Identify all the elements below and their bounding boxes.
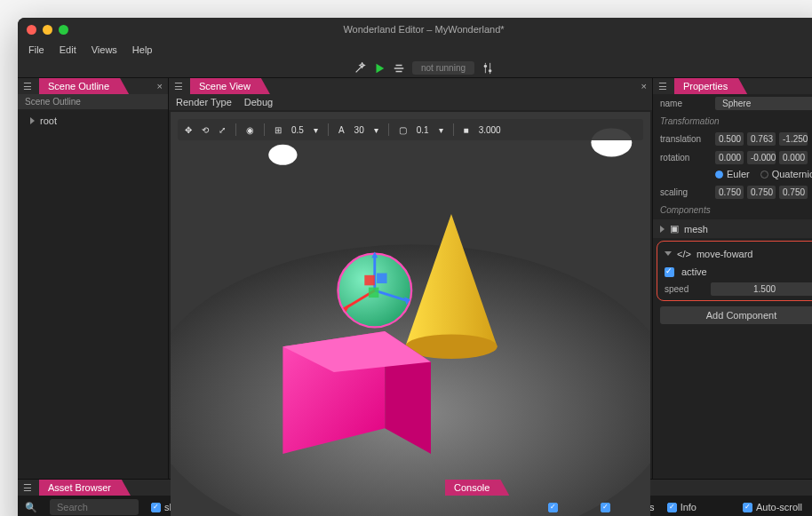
add-component-button[interactable]: Add Component xyxy=(660,306,812,324)
translation-label: translation xyxy=(660,134,712,144)
scene-view-tab[interactable]: Scene View xyxy=(190,78,270,94)
scene-sphere[interactable] xyxy=(338,251,411,327)
cube-icon: ▣ xyxy=(670,223,679,234)
scaling-z[interactable]: 0.750 xyxy=(779,186,808,199)
near-value[interactable]: 0.1 xyxy=(417,125,429,135)
titlebar: Wonderland Editor – MyWonderland* xyxy=(18,18,812,41)
text-icon[interactable]: A xyxy=(338,125,345,135)
asset-browser-tab[interactable]: Asset Browser xyxy=(39,480,131,496)
tree-item-root[interactable]: root xyxy=(18,113,168,129)
viewport-3d[interactable]: ✥ ⟲ ⤢ ◉ ⊞ 0.5 ▾ A 30 ▾ ▢ 0.1 ▾ xyxy=(171,112,650,477)
active-label: active xyxy=(681,266,707,277)
more-icon[interactable]: ⋮ xyxy=(808,248,812,259)
grid-value[interactable]: 0.5 xyxy=(291,125,304,135)
menu-help[interactable]: Help xyxy=(127,43,158,57)
menu-views[interactable]: Views xyxy=(86,43,123,57)
component-label: move-foward xyxy=(697,249,753,259)
camera-icon[interactable]: ■ xyxy=(464,125,469,135)
settings-icon[interactable] xyxy=(482,62,494,75)
caret-right-icon xyxy=(660,226,665,233)
components-section: Components xyxy=(653,202,812,218)
run-status: not running xyxy=(412,61,474,75)
scaling-x[interactable]: 0.750 xyxy=(715,186,744,199)
tree-item-label: root xyxy=(40,115,57,126)
render-type-menu[interactable]: Render Type xyxy=(176,97,232,107)
rotation-x[interactable]: 0.000 xyxy=(715,151,744,164)
dropdown-icon[interactable]: ▾ xyxy=(374,125,378,135)
filter-icon[interactable]: ☰ xyxy=(18,482,37,494)
main-toolbar: not running xyxy=(18,59,812,78)
menu-edit[interactable]: Edit xyxy=(54,43,82,57)
caret-right-icon xyxy=(30,117,35,124)
properties-panel: ☰ Properties × name Sphere Transformatio… xyxy=(652,78,812,479)
close-panel-icon[interactable]: × xyxy=(636,81,652,91)
filter-icon[interactable]: ☰ xyxy=(18,81,37,92)
rotation-y[interactable]: -0.000 xyxy=(747,151,776,164)
name-field[interactable]: Sphere xyxy=(715,97,812,110)
scaling-y[interactable]: 0.750 xyxy=(747,186,776,199)
light-gizmo-1[interactable] xyxy=(268,145,297,165)
translation-y[interactable]: 0.763 xyxy=(747,132,776,146)
grid-icon[interactable]: ⊞ xyxy=(275,125,282,135)
menu-file[interactable]: File xyxy=(23,43,50,57)
viewport-toolbar: ✥ ⟲ ⤢ ◉ ⊞ 0.5 ▾ A 30 ▾ ▢ 0.1 ▾ xyxy=(178,119,643,140)
close-panel-icon[interactable]: × xyxy=(152,81,168,91)
svg-point-1 xyxy=(489,68,492,72)
dropdown-icon[interactable]: ▾ xyxy=(439,125,443,135)
translation-x[interactable]: 0.500 xyxy=(715,132,744,146)
active-checkbox[interactable] xyxy=(665,267,674,277)
rotation-mode-quaternion[interactable]: Quaternion xyxy=(760,169,812,179)
component-move-forward[interactable]: </> move-foward ⋮ xyxy=(657,244,812,263)
scene-outline-panel: ☰ Scene Outline × Scene Outline root xyxy=(18,78,169,479)
close-window[interactable] xyxy=(27,25,36,35)
component-label: mesh xyxy=(684,224,708,234)
autoscroll-checkbox[interactable]: Auto-scroll xyxy=(743,502,802,512)
search-input[interactable] xyxy=(50,499,139,515)
console-tab[interactable]: Console xyxy=(445,480,509,496)
svg-rect-11 xyxy=(369,288,378,298)
name-label: name xyxy=(660,99,712,108)
fov-value[interactable]: 30 xyxy=(354,125,364,135)
component-move-forward-highlight: </> move-foward ⋮ active speed 1.500 xyxy=(657,241,812,301)
rotation-label: rotation xyxy=(660,153,712,163)
window-title: Wonderland Editor – MyWonderland* xyxy=(343,24,504,35)
speed-label: speed xyxy=(665,284,707,294)
filter-icon[interactable]: ☰ xyxy=(653,81,673,92)
frame-icon[interactable]: ▢ xyxy=(399,125,407,135)
scaling-label: scaling xyxy=(660,187,712,197)
package-icon[interactable] xyxy=(393,62,405,75)
caret-down-icon xyxy=(665,251,672,256)
menu-bar: File Edit Views Help xyxy=(18,41,812,59)
svg-rect-9 xyxy=(364,275,374,285)
scene-outline-tab[interactable]: Scene Outline xyxy=(39,78,129,94)
refresh-icon[interactable]: ⟲ xyxy=(202,125,209,135)
scene-outline-header: Scene Outline xyxy=(18,94,168,109)
svg-rect-10 xyxy=(377,274,386,283)
cam-dist-value[interactable]: 3.000 xyxy=(479,125,501,135)
maximize-window[interactable] xyxy=(59,25,68,35)
play-icon[interactable] xyxy=(373,62,386,75)
properties-tab[interactable]: Properties xyxy=(674,78,747,94)
scene-view-panel: ☰ Scene View × Render Type Debug ✥ ⟲ ⤢ ◉… xyxy=(169,78,652,479)
translation-z[interactable]: -1.250 xyxy=(779,132,808,146)
code-icon: </> xyxy=(677,249,691,259)
magic-wand-icon[interactable] xyxy=(354,62,366,75)
debug-menu[interactable]: Debug xyxy=(244,97,273,107)
search-icon[interactable]: 🔍 xyxy=(25,502,37,513)
svg-point-0 xyxy=(484,64,488,67)
component-mesh[interactable]: ▣ mesh ⋮ xyxy=(653,219,812,238)
rotation-mode-euler[interactable]: Euler xyxy=(715,169,750,179)
move-tool-icon[interactable]: ✥ xyxy=(185,125,192,135)
dropdown-icon[interactable]: ▾ xyxy=(314,125,318,135)
minimize-window[interactable] xyxy=(43,25,52,35)
scene-canvas[interactable] xyxy=(171,112,650,516)
globe-icon[interactable]: ◉ xyxy=(246,125,254,135)
rotation-z[interactable]: 0.000 xyxy=(779,151,808,164)
transformation-section: Transformation xyxy=(653,113,812,130)
info-checkbox[interactable]: Info xyxy=(667,502,697,512)
filter-icon[interactable]: ☰ xyxy=(169,81,188,92)
expand-icon[interactable]: ⤢ xyxy=(219,125,226,135)
speed-field[interactable]: 1.500 xyxy=(711,282,812,296)
